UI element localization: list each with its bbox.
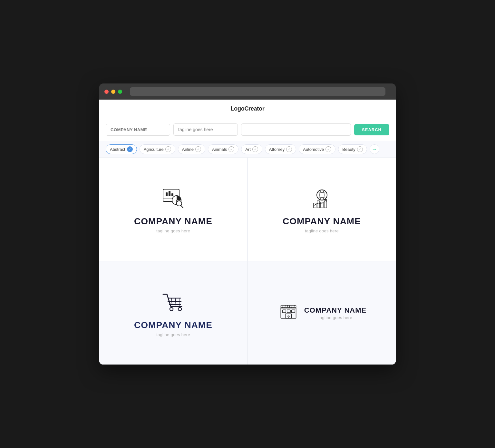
company-name-input[interactable]	[106, 124, 170, 136]
svg-rect-31	[282, 310, 286, 313]
logo-card-2[interactable]: COMPANY NAME tagline goes here	[248, 158, 396, 261]
logo-icon-analytics	[160, 185, 186, 211]
filter-chip-airline[interactable]: Airline ✓	[178, 144, 205, 154]
filter-check-attorney: ✓	[286, 146, 292, 152]
logo-card-4[interactable]: COMPANY NAME tagline goes here	[248, 261, 396, 365]
filter-label-agriculture: Agriculture	[144, 147, 164, 152]
logo-1-company-name: COMPANY NAME	[134, 216, 212, 227]
app-content: LogoCreator SEARCH Abstract ✓ Agricultur…	[99, 100, 396, 365]
svg-rect-33	[291, 310, 295, 313]
svg-rect-11	[314, 203, 316, 208]
logo-card-1[interactable]: COMPANY NAME tagline goes here	[99, 158, 247, 261]
filter-label-airline: Airline	[182, 147, 194, 152]
logo-icon-store	[277, 299, 300, 322]
svg-rect-12	[317, 201, 320, 208]
svg-point-22	[178, 307, 181, 311]
address-bar[interactable]	[130, 87, 385, 96]
filter-check-beauty: ✓	[357, 146, 363, 152]
filter-check-automotive: ✓	[325, 146, 331, 152]
search-button[interactable]: SEARCH	[354, 124, 389, 135]
svg-rect-2	[166, 192, 168, 196]
filter-chip-abstract[interactable]: Abstract ✓	[106, 144, 137, 154]
logo-2-company-name: COMPANY NAME	[283, 216, 361, 227]
svg-point-21	[170, 307, 173, 311]
filter-label-automotive: Automotive	[303, 147, 324, 152]
filter-bar: Abstract ✓ Agriculture ✓ Airline ✓ Anima…	[99, 141, 396, 158]
filter-check-airline: ✓	[195, 146, 201, 152]
logo-2-tagline: tagline goes here	[305, 229, 339, 233]
filter-next-button[interactable]: →	[370, 144, 379, 154]
maximize-button[interactable]	[118, 90, 122, 94]
filter-chip-animals[interactable]: Animals ✓	[208, 144, 238, 154]
filter-chip-beauty[interactable]: Beauty ✓	[338, 144, 367, 154]
logo-3-company-name: COMPANY NAME	[134, 320, 212, 330]
logo-icon-cart	[160, 289, 186, 315]
svg-rect-3	[169, 191, 170, 196]
close-button[interactable]	[104, 90, 109, 94]
filter-check-animals: ✓	[228, 146, 234, 152]
filter-chip-agriculture[interactable]: Agriculture ✓	[140, 144, 175, 154]
logo-4-text: COMPANY NAME tagline goes here	[304, 306, 366, 320]
logo-4-inline: COMPANY NAME tagline goes here	[277, 299, 366, 327]
logo-grid: COMPANY NAME tagline goes here	[99, 158, 396, 365]
filter-check-abstract: ✓	[127, 146, 133, 152]
filter-label-attorney: Attorney	[269, 147, 285, 152]
svg-rect-4	[171, 193, 173, 196]
svg-line-7	[181, 205, 183, 208]
app-header: LogoCreator	[99, 100, 396, 118]
logo-1-tagline: tagline goes here	[156, 229, 190, 233]
minimize-button[interactable]	[111, 90, 115, 94]
app-title: LogoCreator	[231, 105, 265, 112]
tagline-input[interactable]	[173, 123, 238, 136]
logo-card-3[interactable]: COMPANY NAME tagline goes here	[99, 261, 247, 365]
svg-rect-32	[287, 310, 290, 313]
filter-label-abstract: Abstract	[110, 147, 125, 152]
logo-4-company-name: COMPANY NAME	[304, 306, 366, 315]
logo-icon-globe-chart	[309, 185, 335, 211]
filter-label-beauty: Beauty	[342, 147, 355, 152]
search-bar: SEARCH	[99, 118, 396, 141]
svg-line-18	[171, 298, 172, 305]
filter-check-art: ✓	[252, 146, 258, 152]
filter-check-agriculture: ✓	[165, 146, 171, 152]
filter-chip-automotive[interactable]: Automotive ✓	[299, 144, 335, 154]
browser-window: LogoCreator SEARCH Abstract ✓ Agricultur…	[99, 83, 396, 365]
color-input[interactable]	[241, 123, 351, 136]
logo-4-tagline: tagline goes here	[304, 315, 366, 320]
filter-label-art: Art	[245, 147, 251, 152]
logo-3-tagline: tagline goes here	[156, 332, 190, 337]
filter-chip-attorney[interactable]: Attorney ✓	[265, 144, 296, 154]
browser-titlebar	[99, 83, 396, 100]
filter-label-animals: Animals	[212, 147, 227, 152]
filter-chip-art[interactable]: Art ✓	[241, 144, 262, 154]
